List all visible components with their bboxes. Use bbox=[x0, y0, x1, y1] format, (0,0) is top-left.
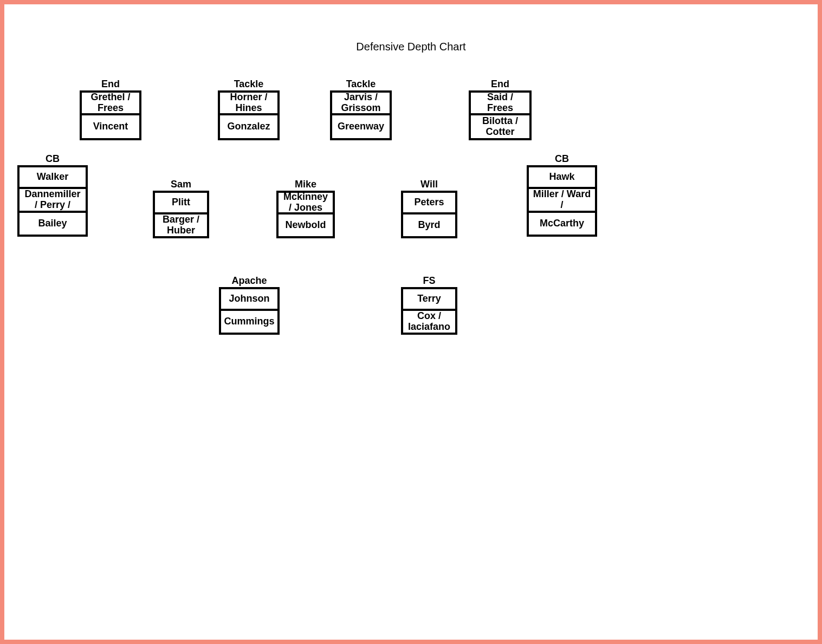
position-label: Tackle bbox=[330, 79, 392, 89]
position-apache: Apache Johnson Cummings bbox=[219, 275, 280, 335]
position-cb-right: CB Hawk Miller / Ward / McCarthy bbox=[527, 153, 597, 237]
third-cell: McCarthy bbox=[527, 213, 597, 237]
backup-cell: Newbold bbox=[276, 214, 335, 238]
chart-title: Defensive Depth Chart bbox=[12, 41, 810, 53]
position-label: CB bbox=[527, 153, 597, 164]
position-label: Will bbox=[401, 179, 457, 190]
position-will: Will Peters Byrd bbox=[401, 179, 457, 238]
page-border: Defensive Depth Chart End Grethel / Free… bbox=[0, 0, 822, 644]
position-cb-left: CB Walker Dannemiller / Perry / Bailey bbox=[17, 153, 88, 237]
position-fs: FS Terry Cox / Iaciafano bbox=[401, 275, 457, 335]
position-label: FS bbox=[401, 275, 457, 286]
starter-cell: Terry bbox=[401, 287, 457, 311]
starter-cell: Grethel / Frees bbox=[80, 90, 141, 115]
position-sam: Sam Plitt Barger / Huber bbox=[153, 179, 209, 238]
backup-cell: Cummings bbox=[219, 311, 280, 335]
position-label: End bbox=[80, 79, 141, 89]
position-label: Sam bbox=[153, 179, 209, 190]
position-tackle-right: Tackle Jarvis / Grissom Greenway bbox=[330, 79, 392, 140]
starter-cell: Plitt bbox=[153, 191, 209, 214]
position-tackle-left: Tackle Horner / Hines Gonzalez bbox=[218, 79, 280, 140]
backup-cell: Miller / Ward / bbox=[527, 189, 597, 213]
backup-cell: Dannemiller / Perry / bbox=[17, 189, 88, 213]
backup-cell: Vincent bbox=[80, 115, 141, 140]
third-cell: Bailey bbox=[17, 213, 88, 237]
position-end-left: End Grethel / Frees Vincent bbox=[80, 79, 141, 140]
backup-cell: Greenway bbox=[330, 115, 392, 140]
starter-cell: Said / Frees bbox=[469, 90, 532, 115]
starter-cell: Peters bbox=[401, 191, 457, 214]
starter-cell: Walker bbox=[17, 165, 88, 189]
backup-cell: Barger / Huber bbox=[153, 214, 209, 238]
backup-cell: Cox / Iaciafano bbox=[401, 311, 457, 335]
position-label: Apache bbox=[219, 275, 280, 286]
starter-cell: Horner / Hines bbox=[218, 90, 280, 115]
starter-cell: Jarvis / Grissom bbox=[330, 90, 392, 115]
depth-chart-sheet: Defensive Depth Chart End Grethel / Free… bbox=[12, 12, 810, 632]
position-label: Mike bbox=[276, 179, 335, 190]
backup-cell: Gonzalez bbox=[218, 115, 280, 140]
position-label: Tackle bbox=[218, 79, 280, 89]
starter-cell: Hawk bbox=[527, 165, 597, 189]
starter-cell: Mckinney / Jones bbox=[276, 191, 335, 214]
position-mike: Mike Mckinney / Jones Newbold bbox=[276, 179, 335, 238]
position-label: CB bbox=[17, 153, 88, 164]
starter-cell: Johnson bbox=[219, 287, 280, 311]
position-label: End bbox=[469, 79, 532, 89]
position-end-right: End Said / Frees Bilotta / Cotter bbox=[469, 79, 532, 140]
backup-cell: Bilotta / Cotter bbox=[469, 115, 532, 140]
backup-cell: Byrd bbox=[401, 214, 457, 238]
